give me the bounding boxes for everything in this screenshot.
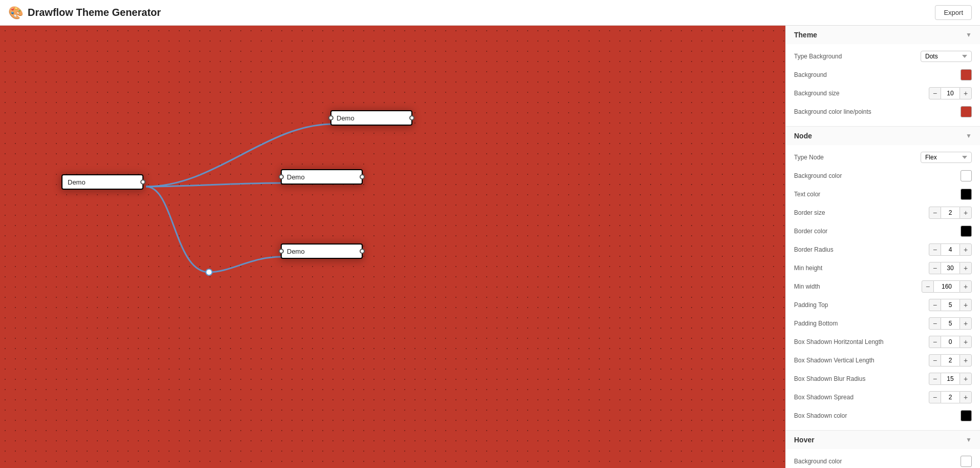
node-2-label: Demo xyxy=(337,114,406,122)
box-shadow-v-row: Box Shadown Vertical Length − + xyxy=(794,352,972,369)
export-button[interactable]: Export xyxy=(935,5,972,20)
node-min-width-value[interactable] xyxy=(934,280,960,293)
box-shadow-spread-plus[interactable]: + xyxy=(960,391,972,403)
node-padding-bottom-plus[interactable]: + xyxy=(960,317,972,330)
node-min-width-row: Min width − + xyxy=(794,278,972,295)
node-min-width-plus[interactable]: + xyxy=(960,280,972,293)
node-text-color-control xyxy=(961,189,972,200)
node-3-input-port[interactable] xyxy=(279,174,284,179)
node-bg-color-row: Background color xyxy=(794,168,972,184)
background-size-plus[interactable]: + xyxy=(960,87,972,99)
node-bg-color-swatch[interactable] xyxy=(961,170,972,181)
hover-section-title: Hover xyxy=(794,436,815,444)
node-min-height-row: Min height − + xyxy=(794,260,972,276)
node-4[interactable]: Demo xyxy=(281,243,363,259)
bg-line-color-control xyxy=(961,106,972,117)
node-padding-top-minus[interactable]: − xyxy=(929,299,941,311)
node-text-color-label: Text color xyxy=(794,191,961,198)
node-3-output-port[interactable] xyxy=(360,174,365,179)
node-text-color-row: Text color xyxy=(794,186,972,202)
theme-section-body: Type Background Dots Lines None Backgrou… xyxy=(786,44,980,126)
box-shadow-spread-minus[interactable]: − xyxy=(929,391,941,403)
bg-line-color-swatch[interactable] xyxy=(961,106,972,117)
app-title: Drawflow Theme Generator xyxy=(28,7,161,18)
box-shadow-h-label: Box Shadown Horitzontal Length xyxy=(794,338,929,345)
node-4-label: Demo xyxy=(287,248,357,255)
app-icon: 🎨 xyxy=(8,6,24,20)
hover-bg-color-label: Background color xyxy=(794,458,961,465)
node-padding-bottom-minus[interactable]: − xyxy=(929,317,941,330)
type-node-select[interactable]: Flex Block xyxy=(921,152,972,163)
background-color-row: Background xyxy=(794,67,972,83)
node-min-width-label: Min width xyxy=(794,283,922,290)
box-shadow-h-plus[interactable]: + xyxy=(960,336,972,348)
node-3[interactable]: Demo xyxy=(281,169,363,185)
node-1[interactable]: Demo xyxy=(61,174,143,190)
node-min-height-plus[interactable]: + xyxy=(960,262,972,274)
box-shadow-v-stepper: − + xyxy=(929,354,972,367)
node-border-radius-plus[interactable]: + xyxy=(960,243,972,256)
node-border-color-row: Border color xyxy=(794,223,972,239)
box-shadow-v-value[interactable] xyxy=(941,354,960,367)
box-shadow-blur-plus[interactable]: + xyxy=(960,373,972,385)
node-min-height-value[interactable] xyxy=(941,262,960,274)
node-padding-top-plus[interactable]: + xyxy=(960,299,972,311)
node-min-height-minus[interactable]: − xyxy=(929,262,941,274)
node-3-label: Demo xyxy=(287,173,357,181)
box-shadow-blur-value[interactable] xyxy=(941,373,960,385)
box-shadow-spread-label: Box Shadown Spread xyxy=(794,394,929,401)
node-min-height-stepper: − + xyxy=(929,262,972,274)
node-border-color-swatch[interactable] xyxy=(961,226,972,237)
node-section-header[interactable]: Node ▼ xyxy=(786,127,980,145)
node-4-input-port[interactable] xyxy=(279,249,284,254)
right-panel: Theme ▼ Type Background Dots Lines None xyxy=(785,26,980,468)
hover-section-header[interactable]: Hover ▼ xyxy=(786,431,980,449)
hover-bg-color-control xyxy=(961,456,972,467)
box-shadow-v-minus[interactable]: − xyxy=(929,354,941,367)
node-padding-bottom-value[interactable] xyxy=(941,317,960,330)
node-border-size-plus[interactable]: + xyxy=(960,207,972,219)
box-shadow-blur-label: Box Shadown Blur Radius xyxy=(794,375,929,382)
node-2-output-port[interactable] xyxy=(409,115,414,120)
theme-section-title: Theme xyxy=(794,31,817,39)
node-padding-top-value[interactable] xyxy=(941,299,960,311)
background-size-minus[interactable]: − xyxy=(929,87,941,99)
background-color-swatch[interactable] xyxy=(961,69,972,80)
node-padding-bottom-label: Padding Bottom xyxy=(794,320,929,327)
node-1-output-port[interactable] xyxy=(140,179,145,185)
box-shadow-v-plus[interactable]: + xyxy=(960,354,972,367)
hover-section-body: Background color Text color Border size xyxy=(786,449,980,468)
box-shadow-blur-minus[interactable]: − xyxy=(929,373,941,385)
node-border-size-minus[interactable]: − xyxy=(929,207,941,219)
node-chevron-icon: ▼ xyxy=(966,132,972,139)
type-background-select[interactable]: Dots Lines None xyxy=(921,51,972,62)
box-shadow-h-value[interactable] xyxy=(941,336,960,348)
node-border-color-label: Border color xyxy=(794,228,961,235)
node-padding-bottom-row: Padding Bottom − + xyxy=(794,315,972,332)
node-border-size-value[interactable] xyxy=(941,207,960,219)
box-shadow-spread-value[interactable] xyxy=(941,391,960,403)
box-shadow-h-row: Box Shadown Horitzontal Length − + xyxy=(794,334,972,350)
node-4-output-port[interactable] xyxy=(360,249,365,254)
hover-bg-color-swatch[interactable] xyxy=(961,456,972,467)
node-2-input-port[interactable] xyxy=(328,115,333,120)
type-node-label: Type Node xyxy=(794,154,921,161)
box-shadow-h-minus[interactable]: − xyxy=(929,336,941,348)
type-background-label: Type Background xyxy=(794,53,921,60)
node-min-width-stepper: − + xyxy=(922,280,972,293)
node-text-color-swatch[interactable] xyxy=(961,189,972,200)
theme-section-header[interactable]: Theme ▼ xyxy=(786,26,980,44)
node-2[interactable]: Demo xyxy=(330,110,412,126)
node-border-radius-minus[interactable]: − xyxy=(929,243,941,256)
node-min-width-minus[interactable]: − xyxy=(922,280,934,293)
background-size-value[interactable] xyxy=(941,87,960,99)
box-shadow-spread-stepper: − + xyxy=(929,391,972,403)
canvas-area[interactable]: Demo Demo Demo Demo xyxy=(0,26,785,468)
node-min-height-label: Min height xyxy=(794,264,929,272)
node-padding-top-row: Padding Top − + xyxy=(794,297,972,313)
box-shadow-color-swatch[interactable] xyxy=(961,410,972,421)
box-shadow-color-control xyxy=(961,410,972,421)
node-border-radius-value[interactable] xyxy=(941,243,960,256)
box-shadow-v-label: Box Shadown Vertical Length xyxy=(794,357,929,364)
node-border-size-label: Border size xyxy=(794,209,929,216)
